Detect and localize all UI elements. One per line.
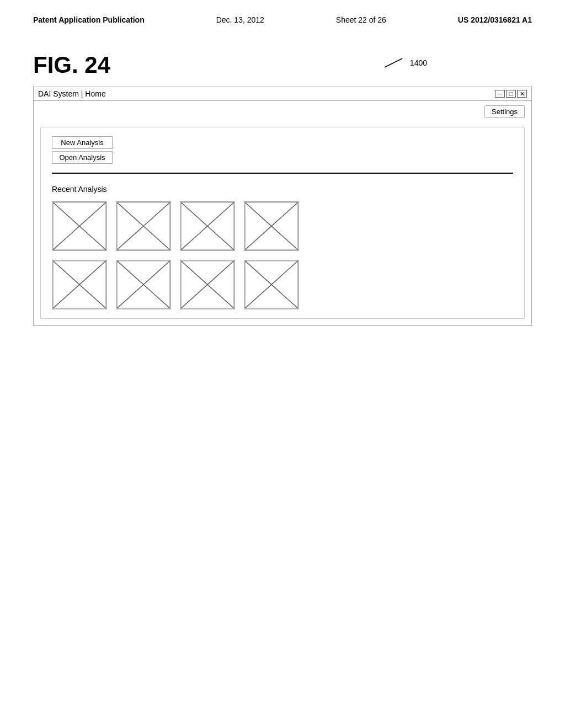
thumbnail-3[interactable] [180,201,235,251]
figure-label: FIG. 24 [33,52,532,78]
thumbnail-5[interactable] [52,260,107,309]
window-controls: ─ □ ✕ [495,90,527,98]
thumbnail-grid [52,201,513,309]
window-title: DAI System | Home [38,89,106,98]
title-bar: DAI System | Home ─ □ ✕ [34,87,531,101]
patent-date: Dec. 13, 2012 [216,15,264,24]
patent-header: Patent Application Publication Dec. 13, … [0,0,565,30]
action-buttons: New Analysis Open Analysis [52,136,513,164]
ref-number: 1400 [410,58,427,67]
svg-line-0 [385,58,402,67]
thumbnail-row-1 [52,201,513,251]
recent-analysis-section: Recent Analysis [52,185,513,309]
new-analysis-button[interactable]: New Analysis [52,136,113,149]
close-button[interactable]: ✕ [517,90,527,98]
minimize-button[interactable]: ─ [495,90,505,98]
toolbar-area: Settings [34,101,531,122]
thumbnail-row-2 [52,260,513,309]
content-panel: New Analysis Open Analysis Recent Analys… [40,127,525,319]
separator [52,173,513,174]
thumbnail-1[interactable] [52,201,107,251]
minimize-icon: ─ [498,90,502,97]
restore-button[interactable]: □ [506,90,516,98]
restore-icon: □ [509,90,513,97]
thumbnail-6[interactable] [116,260,171,309]
close-icon: ✕ [520,90,525,98]
thumbnail-7[interactable] [180,260,235,309]
settings-button[interactable]: Settings [484,105,525,118]
patent-left-label: Patent Application Publication [33,15,145,24]
main-content: FIG. 24 1400 DAI System | Home ─ □ ✕ [0,30,565,326]
thumbnail-2[interactable] [116,201,171,251]
recent-analysis-label: Recent Analysis [52,185,513,194]
open-analysis-button[interactable]: Open Analysis [52,151,113,164]
thumbnail-4[interactable] [244,201,299,251]
patent-sheet: Sheet 22 of 26 [336,15,386,24]
thumbnail-8[interactable] [244,260,299,309]
app-window: DAI System | Home ─ □ ✕ Settings New Ana… [33,87,532,326]
patent-number: US 2012/0316821 A1 [458,15,532,24]
